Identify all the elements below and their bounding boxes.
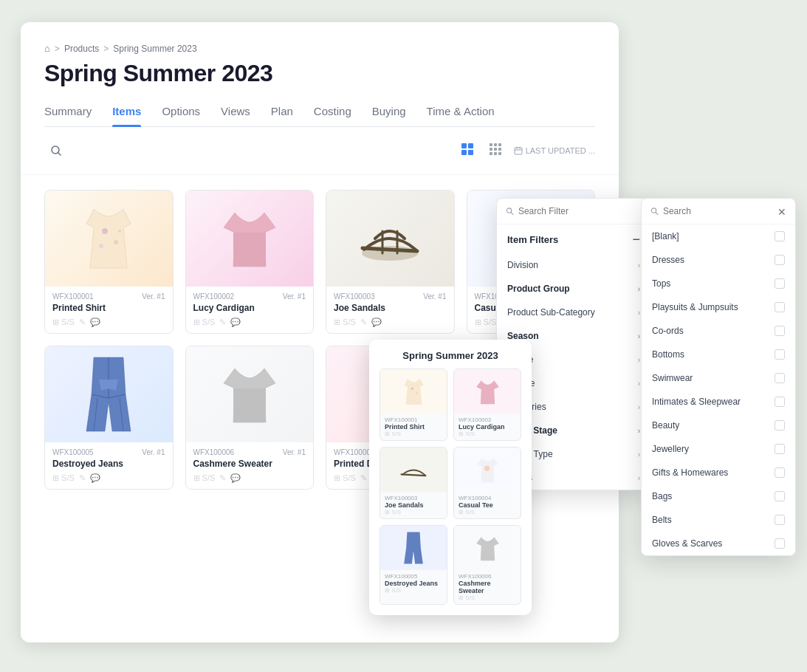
product-notes-icon-2[interactable]: ✎ [219, 318, 226, 327]
option-tops-checkbox[interactable] [775, 278, 785, 289]
product-notes-icon-7[interactable]: ✎ [360, 473, 367, 483]
option-belts-checkbox[interactable] [775, 515, 785, 525]
filter-cycle-stage-chevron: › [638, 427, 640, 435]
option-intimates[interactable]: Intimates & Sleepwear [642, 390, 795, 414]
option-intimates-checkbox[interactable] [775, 397, 785, 407]
grid-view-button[interactable] [458, 140, 477, 162]
product-action-icon-1: ⊞ S/S [52, 318, 75, 327]
product-comment-icon-1[interactable]: 💬 [90, 318, 100, 327]
product-actions-2: ⊞ S/S ✎ 💬 [193, 318, 306, 327]
filter-collapse-button[interactable]: − [632, 232, 640, 247]
tab-buying[interactable]: Buying [372, 105, 406, 126]
last-updated-button[interactable]: LAST UPDATED ... [514, 146, 595, 155]
product-image-6 [186, 346, 314, 442]
option-swimwear[interactable]: Swimwear [642, 366, 795, 390]
filter-product-sub-chevron: › [638, 309, 640, 317]
breadcrumb-products[interactable]: Products [64, 44, 99, 54]
filter-product-group[interactable]: Product Group › [497, 277, 650, 301]
filter-product-sub[interactable]: Product Sub-Category › [497, 301, 650, 324]
mini-card-img-5 [380, 526, 447, 570]
tab-plan[interactable]: Plan [271, 105, 293, 126]
option-dresses[interactable]: Dresses [642, 248, 795, 272]
option-playsuits[interactable]: Playsuits & Jumpsuits [642, 295, 795, 319]
mini-card-code-6: WFX100006 [459, 573, 516, 580]
mini-card-actions-5: ⊞ S/S [385, 587, 442, 594]
mini-card-3[interactable]: WFX100003 Joe Sandals ⊞ S/S [380, 447, 447, 519]
home-icon[interactable]: ⌂ [44, 43, 50, 54]
product-comment-icon-6[interactable]: 💬 [230, 473, 241, 483]
product-card-6[interactable]: WFX100006 Ver. #1 Cashmere Sweater ⊞ S/S… [185, 346, 315, 490]
product-notes-icon-6[interactable]: ✎ [219, 473, 226, 483]
filter-search-input[interactable] [518, 206, 642, 216]
tab-costing[interactable]: Costing [314, 105, 351, 126]
product-version-3: Ver. #1 [423, 292, 446, 301]
tab-time-action[interactable]: Time & Action [427, 105, 495, 126]
svg-rect-11 [498, 148, 501, 151]
svg-rect-15 [515, 148, 522, 154]
search-button[interactable] [44, 139, 68, 162]
product-version-5: Ver. #1 [142, 448, 165, 456]
filter-division[interactable]: Division › [497, 253, 650, 277]
product-notes-icon-3[interactable]: ✎ [360, 318, 367, 327]
option-coords-label: Co-ords [652, 326, 684, 336]
option-swimwear-checkbox[interactable] [775, 373, 785, 383]
options-close-button[interactable]: ✕ [775, 205, 789, 219]
product-notes-icon-5[interactable]: ✎ [79, 473, 86, 483]
product-card-3[interactable]: WFX100003 Ver. #1 Joe Sandals ⊞ S/S ✎ 💬 [326, 190, 455, 334]
option-jewellery-checkbox[interactable] [775, 444, 785, 454]
mini-card-name-1: Printed Shirt [385, 423, 442, 431]
product-comment-icon-3[interactable]: 💬 [371, 318, 382, 327]
svg-rect-14 [498, 152, 501, 155]
mini-card-6[interactable]: WFX100006 Cashmere Sweater ⊞ S/S [453, 525, 521, 605]
mini-product-grid: WFX100001 Printed Shirt ⊞ S/S WFX100002 … [380, 368, 521, 605]
option-bottoms[interactable]: Bottoms [642, 343, 795, 366]
option-gifts[interactable]: Gifts & Homewares [642, 461, 795, 484]
tab-options[interactable]: Options [162, 105, 200, 126]
svg-line-36 [656, 212, 658, 214]
mini-card-info-3: WFX100003 Joe Sandals ⊞ S/S [380, 492, 447, 518]
mini-card-2[interactable]: WFX100002 Lucy Cardigan ⊞ S/S [453, 368, 521, 441]
option-belts[interactable]: Belts [642, 508, 795, 532]
option-dresses-checkbox[interactable] [775, 255, 785, 265]
breadcrumb-current: Spring Summer 2023 [113, 44, 196, 54]
option-beauty-checkbox[interactable] [775, 420, 785, 431]
tab-views[interactable]: Views [221, 105, 250, 126]
mini-card-actions-6: ⊞ S/S [459, 594, 516, 601]
option-bottoms-checkbox[interactable] [775, 349, 785, 360]
product-comment-icon-5[interactable]: 💬 [90, 473, 100, 483]
options-search-container [642, 199, 795, 224]
option-coords-checkbox[interactable] [775, 326, 785, 336]
product-card-1[interactable]: WFX100001 Ver. #1 Printed Shirt ⊞ S/S ✎ … [44, 190, 174, 334]
option-bags-checkbox[interactable] [775, 491, 785, 501]
option-blank-checkbox[interactable] [775, 231, 785, 241]
option-tops[interactable]: Tops [642, 272, 795, 295]
option-gloves[interactable]: Gloves & Scarves [642, 532, 795, 555]
tab-summary[interactable]: Summary [44, 105, 92, 126]
option-gloves-checkbox[interactable] [775, 538, 785, 549]
option-playsuits-checkbox[interactable] [775, 302, 785, 312]
product-action-icon-3: ⊞ S/S [334, 318, 356, 327]
option-beauty[interactable]: Beauty [642, 414, 795, 437]
option-bags[interactable]: Bags [642, 484, 795, 508]
option-blank[interactable]: [Blank] [642, 224, 795, 248]
last-updated-label: LAST UPDATED ... [526, 146, 595, 155]
product-card-5[interactable]: WFX100005 Ver. #1 Destroyed Jeans ⊞ S/S … [44, 346, 174, 490]
svg-line-34 [511, 212, 513, 214]
option-gifts-checkbox[interactable] [775, 467, 785, 478]
mini-card-5[interactable]: WFX100005 Destroyed Jeans ⊞ S/S [380, 525, 447, 605]
mini-card-4[interactable]: WFX100004 Casual Tee ⊞ S/S [453, 447, 521, 519]
toolbar: LAST UPDATED ... [21, 127, 619, 175]
options-search-icon [650, 207, 659, 216]
list-view-button[interactable] [486, 140, 505, 162]
tab-items[interactable]: Items [112, 105, 141, 126]
product-comment-icon-2[interactable]: 💬 [230, 318, 241, 327]
product-image-1 [45, 191, 173, 287]
product-card-2[interactable]: WFX100002 Ver. #1 Lucy Cardigan ⊞ S/S ✎ … [185, 190, 315, 334]
option-jewellery[interactable]: Jewellery [642, 437, 795, 461]
options-search-input[interactable] [663, 206, 786, 216]
product-notes-icon-1[interactable]: ✎ [79, 318, 86, 327]
mini-card-img-2 [454, 369, 521, 414]
product-version-2: Ver. #1 [283, 292, 306, 301]
mini-card-1[interactable]: WFX100001 Printed Shirt ⊞ S/S [380, 368, 447, 441]
option-coords[interactable]: Co-ords [642, 319, 795, 343]
